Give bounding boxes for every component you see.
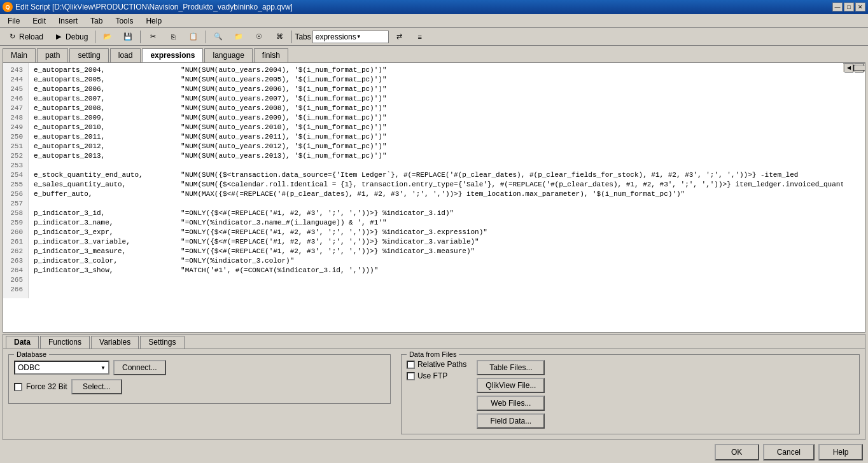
select-button[interactable]: Select...	[71, 379, 122, 394]
extra-btn4[interactable]: ≡	[410, 30, 430, 44]
tab-settings[interactable]: Settings	[140, 336, 184, 349]
window-controls[interactable]: — □ ✕	[832, 3, 865, 11]
bottom-panel: Data Functions Variables Settings Databa…	[3, 334, 865, 440]
debug-button[interactable]: ▶ Debug	[49, 30, 92, 44]
files-buttons: Table Files... QlikView File... Web File…	[477, 360, 545, 429]
browse-button[interactable]: 📁	[229, 30, 248, 44]
dropdown-arrow: ▼	[356, 34, 361, 39]
window-title: Edit Script [D:\QlikView\PRODUCTION\Navi…	[15, 3, 293, 11]
files-label: Data from Files	[407, 350, 459, 358]
menu-tab[interactable]: Tab	[85, 15, 108, 27]
ok-button[interactable]: OK	[715, 444, 759, 460]
db-select-row: ODBC ▼ Connect...	[14, 360, 385, 375]
horizontal-scrollbar[interactable]: ◀ ▶	[843, 63, 865, 72]
copy-button[interactable]: ⎘	[164, 30, 183, 44]
tab-expressions[interactable]: expressions	[142, 48, 203, 62]
tab-functions[interactable]: Functions	[40, 336, 90, 349]
scroll-track-h[interactable]	[853, 65, 855, 71]
tab-data[interactable]: Data	[6, 336, 39, 349]
open-file-button[interactable]: 📂	[98, 30, 117, 44]
expressions-dropdown[interactable]: expressions ▼	[312, 31, 389, 43]
reload-label: Reload	[19, 32, 43, 41]
tab-setting[interactable]: setting	[69, 48, 108, 62]
tab-variables[interactable]: Variables	[91, 336, 139, 349]
help-button[interactable]: Help	[818, 444, 863, 460]
scroll-left-arrow[interactable]: ◀	[844, 64, 853, 73]
tab-path[interactable]: path	[37, 48, 68, 62]
field-data-button[interactable]: Field Data...	[477, 413, 545, 429]
scroll-thumb-h[interactable]	[854, 66, 865, 71]
toolbar-separator-3	[206, 31, 206, 43]
extra-btn2[interactable]: ⌘	[270, 30, 289, 44]
code-content[interactable]: e_autoparts_2004, "NUM(SUM(auto_years.20…	[29, 63, 843, 298]
menu-edit[interactable]: Edit	[27, 15, 51, 27]
debug-icon: ▶	[53, 32, 64, 42]
odbc-value: ODBC	[18, 363, 40, 372]
close-button[interactable]: ✕	[855, 3, 865, 11]
toolbar: ↻ Reload ▶ Debug 📂 💾 ✂ ⎘ 📋 🔍 📁	[0, 28, 868, 46]
minimize-button[interactable]: —	[832, 3, 843, 11]
line-numbers: 243 244 245 246 247 248 249 250 251 252 …	[3, 63, 29, 298]
editor-scroll-area[interactable]: 243 244 245 246 247 248 249 250 251 252 …	[3, 63, 843, 298]
cancel-button[interactable]: Cancel	[763, 444, 815, 460]
web-files-button[interactable]: Web Files...	[477, 396, 545, 411]
files-inner: Relative Paths Use FTP Table Files... Ql…	[407, 360, 854, 429]
bottom-tabs: Data Functions Variables Settings	[3, 335, 865, 349]
table-files-button[interactable]: Table Files...	[477, 360, 545, 375]
browse-icon: 📁	[234, 32, 244, 42]
connect-button[interactable]: Connect...	[113, 360, 166, 375]
script-tabs: Main path setting load expressions langu…	[0, 46, 868, 62]
extra-btn3[interactable]: ⇄	[390, 30, 409, 44]
database-border: Database ODBC ▼ Connect... Force 32 Bit …	[8, 354, 391, 404]
tab-finish[interactable]: finish	[254, 48, 288, 62]
maximize-button[interactable]: □	[844, 3, 854, 11]
use-ftp-row: Use FTP	[407, 371, 466, 380]
bottom-content: Database ODBC ▼ Connect... Force 32 Bit …	[3, 349, 865, 439]
use-ftp-checkbox[interactable]	[407, 372, 415, 380]
search-button[interactable]: 🔍	[209, 30, 228, 44]
use-ftp-label: Use FTP	[417, 371, 447, 380]
tab-main[interactable]: Main	[3, 48, 36, 62]
odbc-arrow: ▼	[101, 365, 106, 371]
qlikview-file-button[interactable]: QlikView File...	[477, 378, 545, 393]
menu-help[interactable]: Help	[141, 15, 167, 27]
menu-tools[interactable]: Tools	[110, 15, 138, 27]
relative-paths-label: Relative Paths	[417, 360, 466, 369]
tabs-label: Tabs	[295, 32, 311, 41]
force32bit-label: Force 32 Bit	[26, 382, 67, 391]
files-border: Data from Files Relative Paths Use FTP	[401, 354, 860, 434]
files-checkboxes: Relative Paths Use FTP	[407, 360, 466, 429]
odbc-select[interactable]: ODBC ▼	[14, 361, 109, 375]
btn1-icon: ☉	[254, 32, 264, 42]
menu-insert[interactable]: Insert	[53, 15, 83, 27]
relative-paths-row: Relative Paths	[407, 360, 466, 369]
copy-icon: ⎘	[168, 32, 178, 42]
reload-icon: ↻	[7, 32, 17, 42]
tab-load[interactable]: load	[110, 48, 141, 62]
btn4-icon: ≡	[415, 32, 425, 42]
save-button[interactable]: 💾	[118, 30, 137, 44]
open-icon: 📂	[102, 32, 113, 42]
paste-icon: 📋	[188, 32, 199, 42]
tab-language[interactable]: language	[204, 48, 252, 62]
search-icon: 🔍	[213, 32, 223, 42]
btn3-icon: ⇄	[395, 32, 405, 42]
extra-btn1[interactable]: ☉	[249, 30, 269, 44]
code-editor[interactable]: 243 244 245 246 247 248 249 250 251 252 …	[3, 62, 865, 333]
relative-paths-checkbox[interactable]	[407, 361, 415, 369]
app-icon: Q	[3, 2, 13, 12]
cut-button[interactable]: ✂	[143, 30, 162, 44]
force32bit-checkbox[interactable]	[14, 383, 22, 391]
db-force-row: Force 32 Bit Select...	[14, 379, 385, 394]
app-window: Q Edit Script [D:\QlikView\PRODUCTION\Na…	[0, 0, 868, 463]
debug-label: Debug	[66, 32, 88, 41]
paste-button[interactable]: 📋	[184, 30, 203, 44]
dialog-buttons: OK Cancel Help	[0, 441, 868, 463]
cut-icon: ✂	[148, 32, 158, 42]
btn2-icon: ⌘	[274, 32, 284, 42]
reload-button[interactable]: ↻ Reload	[3, 30, 48, 44]
toolbar-separator-4	[291, 31, 292, 43]
menu-file[interactable]: File	[3, 15, 25, 27]
menu-bar: File Edit Insert Tab Tools Help	[0, 14, 868, 28]
toolbar-separator-2	[140, 31, 141, 43]
